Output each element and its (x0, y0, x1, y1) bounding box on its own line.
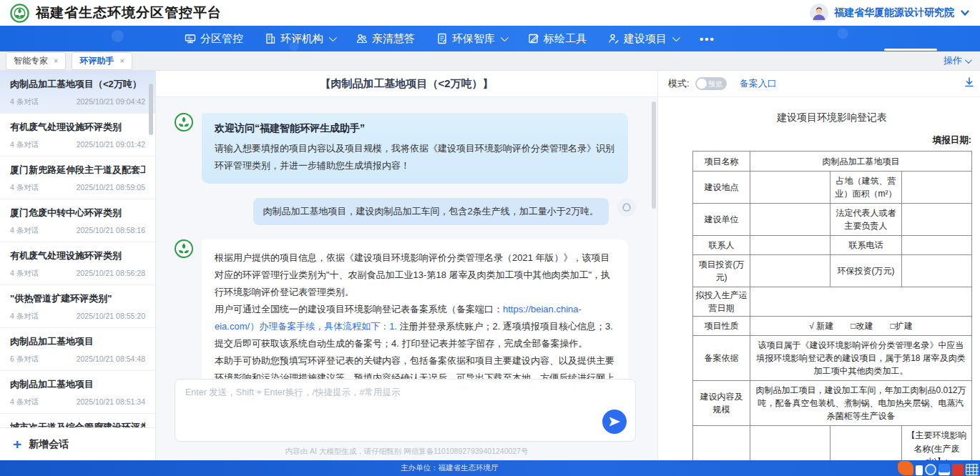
nav-item-projects[interactable]: 建设项目 (608, 32, 678, 46)
sidebar-scrollbar[interactable] (149, 84, 153, 135)
conversation-title: 肉制品加工基地项目 (10, 335, 145, 348)
cell-label: 主要环境影响 (693, 426, 750, 461)
cell-value-empty[interactable] (902, 255, 972, 287)
app-header: 福建省生态环境分区管控平台 福建省华厦能源设计研究院 (0, 0, 980, 26)
welcome-title: 欢迎访问“福建智能环评生成助手” (215, 122, 615, 135)
conversation-item[interactable]: 肉制品加工基地项目 6 条对话2025/10/21 08:54:48 (0, 328, 155, 371)
impact-checklist[interactable]: □废气 √废水: □生活污水 √生产废水 √固废 □噪声 □生态影响 □辐射环境… (750, 426, 830, 461)
reply-text: 用户可通过全国统一的建设项目环境影响登记表备案系统（备案端口： (215, 304, 503, 314)
cell-label: 建设单位 (693, 204, 750, 236)
chevron-down-icon (672, 34, 680, 41)
cell-value-empty[interactable] (750, 255, 830, 287)
nav-more-button[interactable]: ••• (700, 33, 715, 45)
nav-label: 环评机构 (280, 32, 323, 46)
conversation-item[interactable]: 城市次干道及综合管廊建设环评类别 4 条对话2025/10/21 08:50:1… (0, 414, 155, 427)
page-footer: 主办单位：福建省生态环境厅 (0, 460, 980, 476)
cell-label: 联系电话 (830, 236, 902, 255)
chevron-down-icon (501, 34, 509, 41)
conversation-count: 4 条对话 (10, 183, 39, 193)
footer-text: 主办单位：福建省生态环境厅 (401, 463, 499, 473)
reply-paragraph: 本助手可协助您预填写环评登记表的关键内容，包括备案依据和项目主要建设内容、以及提… (215, 352, 615, 379)
conversation-title: 厦门危废中转中心环评类别 (10, 207, 145, 219)
conversation-item[interactable]: "供热管道扩建环评类别" 4 条对话2025/10/21 08:55:20 (0, 285, 155, 328)
measures-line: 【主要环境影响名称(生产废水)】: (906, 429, 967, 460)
nav-item-qa[interactable]: 亲清慧答 (356, 32, 415, 46)
project-nature-options[interactable]: √ 新建 □改建 □扩建 (750, 317, 972, 336)
cell-value-empty[interactable] (902, 204, 972, 236)
actions-menu[interactable]: 操作 (944, 54, 974, 67)
footer-logo-icon (925, 464, 936, 475)
cell-label: 建设内容及规模 (693, 381, 750, 426)
toggle-label: 预览 (708, 79, 722, 89)
footer-logos (898, 461, 979, 475)
welcome-bubble: 欢迎访问“福建智能环评生成助手” 请输入想要填报的项目内容以及项目规模，我将依据… (202, 113, 628, 184)
cell-value-empty[interactable] (750, 204, 830, 236)
cell-value-empty[interactable] (750, 236, 830, 255)
cell-value-empty[interactable] (902, 172, 972, 204)
conversation-item[interactable]: 肉制品加工基地项目（<2万吨） 4 条对话2025/10/21 09:04:42 (0, 71, 155, 114)
chat-scrollbar[interactable] (652, 101, 656, 209)
chevron-down-icon[interactable] (960, 8, 970, 18)
user-message-avatar-icon (617, 198, 636, 217)
close-icon[interactable]: × (54, 56, 58, 65)
conversation-count: 4 条对话 (10, 269, 39, 279)
nav-item-eia-org[interactable]: 环评机构 (265, 32, 335, 46)
assistant-message: 欢迎访问“福建智能环评生成助手” 请输入想要填报的项目内容以及项目规模，我将依据… (175, 113, 636, 184)
construction-content-value[interactable]: 肉制品加工项目，建设加工车间，年加工肉制品0.012万吨，配备真空包装机、煮制锅… (750, 381, 972, 426)
message-input[interactable] (185, 387, 598, 434)
filing-basis-value[interactable]: 该项目属于《建设环境影响评价分类管理名录》中应当填报环境影响登记表的建设项目，属… (750, 336, 972, 381)
filing-entry-link[interactable]: 备案入口 (740, 77, 777, 90)
assistant-avatar-icon (175, 239, 193, 258)
cell-label: 法定代表人或者主要负责人 (830, 204, 902, 236)
nav-item-zoning[interactable]: 分区管控 (185, 32, 243, 46)
message-list: 欢迎访问“福建智能环评生成助手” 请输入想要填报的项目内容以及项目规模，我将依据… (156, 97, 657, 379)
nav-item-think-tank[interactable]: 环保智库 (436, 32, 506, 46)
tab-label: 环评助手 (79, 55, 114, 67)
cell-label: 联系人 (693, 236, 750, 255)
cell-label: 项目性质 (693, 317, 750, 336)
draw-tool-icon (528, 33, 539, 44)
send-icon (609, 416, 620, 427)
nav-label: 分区管控 (200, 32, 243, 46)
cell-value[interactable]: 肉制品加工基地项目 (750, 152, 972, 172)
conversation-title: 肉制品加工基地项目 (10, 378, 145, 391)
cell-label: 备案依据 (693, 336, 750, 381)
nav-item-drawing-tools[interactable]: 标绘工具 (528, 32, 587, 46)
close-icon[interactable]: × (119, 56, 124, 65)
user-avatar[interactable] (810, 4, 828, 22)
toggle-knob (697, 79, 707, 89)
conversation-item[interactable]: 有机废气处理设施环评类别 4 条对话2025/10/21 08:56:28 (0, 242, 155, 285)
footer-logo-icon (916, 465, 923, 475)
reply-paragraph: 用户可通过全国统一的建设项目环境影响登记表备案系统（备案端口：https://b… (215, 301, 615, 352)
measures-value[interactable]: 【主要环境影响名称(生产废水)】: √ 有环保措施: 采取 隔油池+气浮+生化处… (902, 426, 972, 461)
conversation-count: 6 条对话 (10, 354, 39, 365)
cell-value-empty[interactable] (750, 172, 830, 204)
cell-label: 建设地点 (693, 172, 750, 204)
cell-value-empty[interactable] (902, 236, 972, 255)
conversation-title: 厦门新兜路延伸段主干道及配套工程 (10, 164, 145, 177)
preview-toggle[interactable]: 预览 (695, 77, 727, 90)
conversation-count: 4 条对话 (10, 397, 39, 407)
conversation-item[interactable]: 厦门新兜路延伸段主干道及配套工程 4 条对话2025/10/21 08:59:0… (0, 157, 155, 199)
cell-value-empty[interactable] (750, 287, 972, 317)
document-icon (436, 33, 448, 44)
tab-bar: 智能专家 × 环评助手 × 操作 (0, 51, 980, 71)
conversation-title: 城市次干道及综合管廊建设环评类别 (10, 421, 145, 427)
assistant-message: 根据用户提供的项目信息，依据《建设项目环境影响评价分类管理名录（2021 年版）… (175, 239, 636, 379)
send-button[interactable] (602, 410, 627, 434)
conversation-item[interactable]: 肉制品加工基地项目 4 条对话2025/10/21 08:51:34 (0, 371, 155, 414)
conversation-count: 4 条对话 (10, 140, 39, 150)
assistant-avatar-icon (175, 113, 193, 132)
conversation-item[interactable]: 有机废气处理设施环评类别 4 条对话2025/10/21 09:01:42 (0, 114, 155, 157)
cell-label: 拟投入生产运营日期 (693, 287, 750, 317)
mode-label: 模式: (668, 77, 690, 90)
org-name[interactable]: 福建省华厦能源设计研究院 (834, 6, 954, 19)
new-conversation-button[interactable]: + 新增会话 (0, 427, 155, 460)
chevron-down-icon (965, 56, 972, 64)
form-date-label: 填报日期: (692, 134, 971, 147)
tab-eia-assistant[interactable]: 环评助手 × (72, 52, 132, 70)
conversation-item[interactable]: 厦门危废中转中心环评类别 4 条对话2025/10/21 08:58:16 (0, 199, 155, 242)
download-icon[interactable] (964, 76, 975, 91)
tab-smart-expert[interactable]: 智能专家 × (6, 52, 66, 70)
conversation-time: 2025/10/21 08:59:05 (77, 183, 145, 193)
